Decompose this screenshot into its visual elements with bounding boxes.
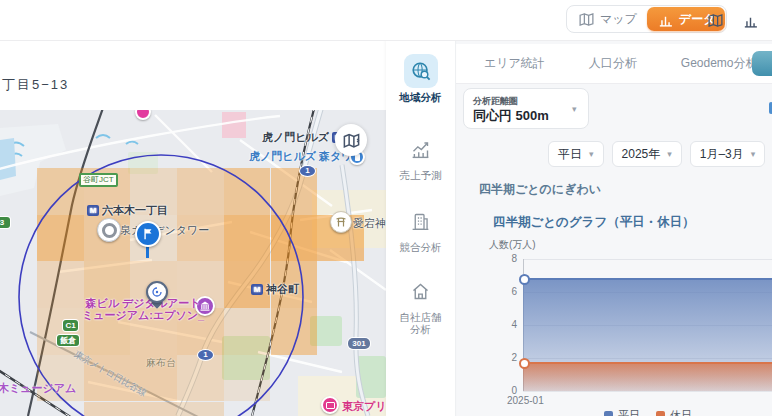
route-shield: 3 bbox=[0, 217, 10, 228]
y-tick-label: 8 bbox=[481, 253, 517, 264]
globe-search-icon bbox=[404, 54, 438, 88]
map-label: 東京プリ bbox=[342, 399, 386, 414]
distance-filter-value: 同心円 500m bbox=[473, 107, 549, 125]
map-label: 木ミュージアム bbox=[0, 381, 76, 396]
distance-filter[interactable]: 分析距離圏 同心円 500m ▾ bbox=[463, 88, 589, 129]
route-shield: C1 bbox=[63, 320, 78, 331]
trend-icon bbox=[404, 132, 438, 166]
data-point-marker[interactable] bbox=[519, 358, 530, 369]
filter-row: 平日▾2025年▾1月–3月▾午▾ bbox=[456, 141, 772, 167]
area-topline bbox=[523, 362, 772, 364]
chart-legend: 平日休日 bbox=[523, 408, 772, 416]
shrine-poi-icon[interactable] bbox=[330, 211, 352, 233]
chart-gridline bbox=[523, 259, 772, 260]
hotel-poi-icon[interactable] bbox=[321, 396, 339, 414]
y-tick-label: 4 bbox=[481, 319, 517, 330]
legend-swatch bbox=[604, 411, 613, 416]
y-tick-label: 6 bbox=[481, 286, 517, 297]
map-icon bbox=[578, 11, 595, 28]
legend-item[interactable]: 休日 bbox=[656, 408, 692, 416]
sidebar-item-3[interactable]: 競合分析 bbox=[386, 204, 455, 253]
route-shield: 301 bbox=[348, 338, 370, 349]
quarterly-area-chart: 024682025-01平日休日 bbox=[456, 250, 772, 416]
building-poi-icon[interactable] bbox=[97, 218, 121, 242]
map-tool-icon[interactable] bbox=[707, 12, 724, 29]
map-view-button[interactable]: マップ bbox=[568, 7, 647, 31]
tab-3[interactable]: Geodemo分析 bbox=[681, 55, 758, 72]
view-toggle: マップ データ bbox=[566, 5, 727, 33]
section-title: 四半期ごとのにぎわい bbox=[479, 181, 601, 198]
area-band-休日 bbox=[523, 363, 772, 391]
sidebar-item-label: 売上予測 bbox=[400, 169, 442, 181]
sidebar-item-4[interactable]: 自社店舗分析 bbox=[386, 274, 455, 335]
map-label: 森ビル デジタルアートミュージアム:エプソン_ bbox=[81, 298, 205, 321]
app-window: マップ データ 丁目5−13 bbox=[0, 0, 772, 416]
home-icon bbox=[404, 274, 438, 308]
filter-dropdown-2[interactable]: 2025年▾ bbox=[612, 141, 682, 167]
junction-label: 谷町JCT bbox=[79, 173, 118, 187]
map-header-area: 丁目5−13 bbox=[0, 40, 386, 110]
chevron-down-icon: ▾ bbox=[589, 149, 594, 159]
address-text: 丁目5−13 bbox=[2, 76, 69, 94]
area-topline bbox=[523, 278, 772, 280]
legend-swatch bbox=[656, 411, 665, 416]
y-tick-label: 2 bbox=[481, 352, 517, 363]
chart-gridline bbox=[523, 391, 772, 392]
top-header: マップ データ bbox=[0, 0, 772, 41]
map-switch-button[interactable] bbox=[335, 124, 367, 156]
metro-logo-icon: M bbox=[251, 284, 263, 295]
map-canvas[interactable]: 谷町JCT3M六本木一丁目泉ガーデンタワー 虎ノ門ヒルズM虎ノ門ヒルズ 森タワー… bbox=[0, 110, 386, 416]
flag-icon bbox=[135, 221, 161, 247]
data-point-marker[interactable] bbox=[519, 274, 530, 285]
sidebar-item-label: 地域分析 bbox=[400, 91, 442, 103]
panel-tabbar: エリア統計人口分析Geodemo分析 bbox=[456, 44, 772, 84]
tab-2[interactable]: 人口分析 bbox=[589, 55, 637, 72]
route-shield: 1 bbox=[300, 166, 315, 176]
x-tick-label: 2025-01 bbox=[507, 395, 544, 406]
sidebar-item-label: 自社店舗分析 bbox=[400, 311, 442, 335]
chart-tool-icon[interactable] bbox=[742, 12, 759, 29]
chevron-down-icon: ▾ bbox=[572, 104, 577, 114]
art-icon bbox=[146, 281, 168, 303]
active-tab-pill[interactable] bbox=[752, 51, 772, 76]
map-view-label: マップ bbox=[600, 11, 637, 28]
side-nav: 地域分析売上予測競合分析自社店舗分析 bbox=[386, 40, 456, 416]
filter-dropdown-3[interactable]: 1月–3月▾ bbox=[690, 141, 766, 167]
chevron-down-icon: ▾ bbox=[751, 149, 756, 159]
sidebar-item-label: 競合分析 bbox=[400, 241, 442, 253]
building-icon bbox=[404, 204, 438, 238]
sidebar-item-1[interactable]: 地域分析 bbox=[386, 54, 455, 103]
map-label: 麻布台 bbox=[146, 356, 176, 370]
station-label[interactable]: M六本木一丁目 bbox=[87, 203, 168, 218]
legend-item[interactable]: 平日 bbox=[604, 408, 640, 416]
station-label[interactable]: M神谷町 bbox=[251, 282, 299, 297]
route-shield: 1 bbox=[198, 350, 213, 360]
map-label: 愛宕神 bbox=[353, 216, 386, 231]
sidebar-item-2[interactable]: 売上予測 bbox=[386, 132, 455, 181]
analytics-panel: エリア統計人口分析Geodemo分析 分析距離圏 同心円 500m ▾ 平日▾2… bbox=[455, 40, 772, 416]
station-label[interactable]: 虎ノ門ヒルズM bbox=[262, 130, 344, 145]
chevron-down-icon: ▾ bbox=[667, 149, 672, 159]
tab-1[interactable]: エリア統計 bbox=[484, 55, 545, 72]
filter-dropdown-1[interactable]: 平日▾ bbox=[548, 141, 604, 167]
bar-chart-icon bbox=[657, 11, 674, 28]
map-label: 泉ガーデンタワー bbox=[120, 223, 209, 238]
route-shield: 飯倉 bbox=[57, 335, 79, 346]
chart-title: 四半期ごとのグラフ（平日・休日） bbox=[493, 214, 695, 231]
metro-logo-icon: M bbox=[87, 205, 99, 216]
